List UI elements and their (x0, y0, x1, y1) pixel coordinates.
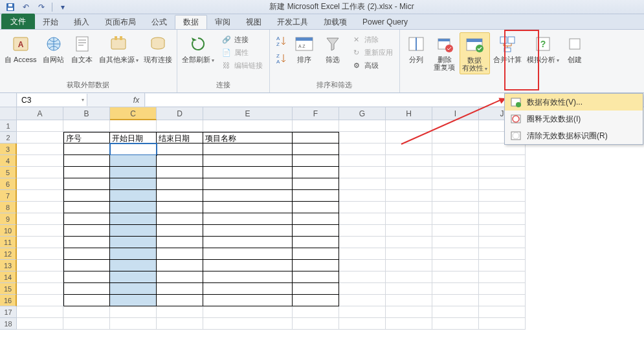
row-header-18[interactable]: 18 (0, 318, 17, 330)
cell[interactable] (339, 190, 386, 202)
cell[interactable] (63, 120, 110, 132)
cell[interactable] (339, 260, 386, 271)
cell[interactable] (157, 237, 203, 248)
cell[interactable] (339, 295, 386, 306)
cell[interactable] (110, 202, 157, 213)
fx-button[interactable]: fx (128, 93, 145, 107)
menu-data-validation[interactable]: 数据有效性(V)... (505, 94, 643, 111)
cell[interactable] (157, 306, 203, 318)
cell[interactable] (157, 167, 203, 178)
cell[interactable] (339, 225, 386, 237)
cell[interactable] (203, 295, 293, 306)
cell[interactable] (110, 295, 157, 306)
tab-home[interactable]: 开始 (35, 15, 66, 29)
cell[interactable] (293, 271, 339, 283)
cell[interactable] (110, 237, 157, 248)
cell[interactable] (63, 202, 110, 213)
cell[interactable] (63, 271, 110, 283)
row-header-7[interactable]: 7 (0, 190, 17, 202)
cell[interactable]: 序号 (63, 132, 110, 143)
cell[interactable] (203, 190, 293, 202)
cell[interactable] (339, 202, 386, 213)
cell[interactable] (203, 318, 293, 330)
row-header-4[interactable]: 4 (0, 155, 17, 167)
properties-button[interactable]: 📄属性 (219, 47, 265, 58)
cell[interactable] (17, 271, 63, 283)
cell[interactable] (17, 167, 63, 178)
cell[interactable] (203, 260, 293, 271)
cell[interactable] (432, 155, 479, 167)
cell[interactable] (432, 202, 479, 213)
cell[interactable] (479, 318, 526, 330)
save-icon[interactable] (4, 1, 17, 13)
cell[interactable] (293, 295, 339, 306)
row-header-2[interactable]: 2 (0, 132, 17, 143)
cell[interactable] (479, 283, 526, 295)
cell[interactable] (386, 225, 432, 237)
cell[interactable] (339, 167, 386, 178)
cell[interactable] (17, 318, 63, 330)
row-header-5[interactable]: 5 (0, 167, 17, 178)
cell[interactable] (339, 213, 386, 225)
cell[interactable] (479, 260, 526, 271)
cell[interactable] (63, 283, 110, 295)
cell[interactable] (17, 178, 63, 190)
row-header-11[interactable]: 11 (0, 237, 17, 248)
col-header-D[interactable]: D (157, 107, 203, 120)
create-group-button[interactable]: 创建 (562, 32, 587, 65)
cell[interactable] (203, 120, 293, 132)
cell[interactable] (479, 237, 526, 248)
cell[interactable] (293, 213, 339, 225)
cell[interactable] (63, 167, 110, 178)
cell[interactable] (17, 248, 63, 260)
text-to-columns-button[interactable]: 分列 (403, 32, 430, 65)
cell[interactable] (432, 213, 479, 225)
reapply-button[interactable]: ↻重新应用 (349, 47, 395, 58)
cell[interactable] (293, 283, 339, 295)
cell[interactable] (110, 225, 157, 237)
cell[interactable] (63, 190, 110, 202)
cell[interactable] (432, 248, 479, 260)
cell[interactable] (479, 155, 526, 167)
cell[interactable] (17, 120, 63, 132)
cell[interactable] (203, 202, 293, 213)
cell[interactable] (339, 120, 386, 132)
cell[interactable] (157, 271, 203, 283)
cell[interactable] (432, 237, 479, 248)
cell[interactable] (157, 283, 203, 295)
row-header-17[interactable]: 17 (0, 306, 17, 318)
cell[interactable] (157, 143, 203, 155)
cell[interactable] (157, 225, 203, 237)
cell[interactable] (157, 295, 203, 306)
cell[interactable] (293, 248, 339, 260)
cell[interactable] (110, 190, 157, 202)
cell[interactable] (386, 155, 432, 167)
cell[interactable] (479, 271, 526, 283)
cell[interactable] (17, 213, 63, 225)
cell[interactable] (432, 190, 479, 202)
cell[interactable] (293, 190, 339, 202)
row-header-1[interactable]: 1 (0, 120, 17, 132)
cell[interactable] (110, 271, 157, 283)
cell[interactable] (479, 143, 526, 155)
cell[interactable] (386, 143, 432, 155)
tab-insert[interactable]: 插入 (66, 15, 97, 29)
tab-powerquery[interactable]: Power Query (355, 15, 416, 29)
cell[interactable] (63, 225, 110, 237)
cell[interactable] (293, 260, 339, 271)
existing-connections-button[interactable]: 现有连接 (142, 32, 174, 65)
cell[interactable] (339, 283, 386, 295)
cell[interactable] (386, 190, 432, 202)
cell[interactable] (432, 306, 479, 318)
tab-formulas[interactable]: 公式 (144, 15, 175, 29)
cell[interactable] (479, 295, 526, 306)
advanced-filter-button[interactable]: ⚙高级 (349, 59, 395, 71)
row-header-14[interactable]: 14 (0, 271, 17, 283)
filter-button[interactable]: 筛选 (319, 32, 346, 65)
cell[interactable] (63, 213, 110, 225)
cell[interactable] (17, 295, 63, 306)
cell[interactable] (293, 202, 339, 213)
from-text-button[interactable]: 自文本 (69, 32, 96, 65)
cell[interactable] (110, 143, 157, 155)
cell[interactable] (432, 167, 479, 178)
